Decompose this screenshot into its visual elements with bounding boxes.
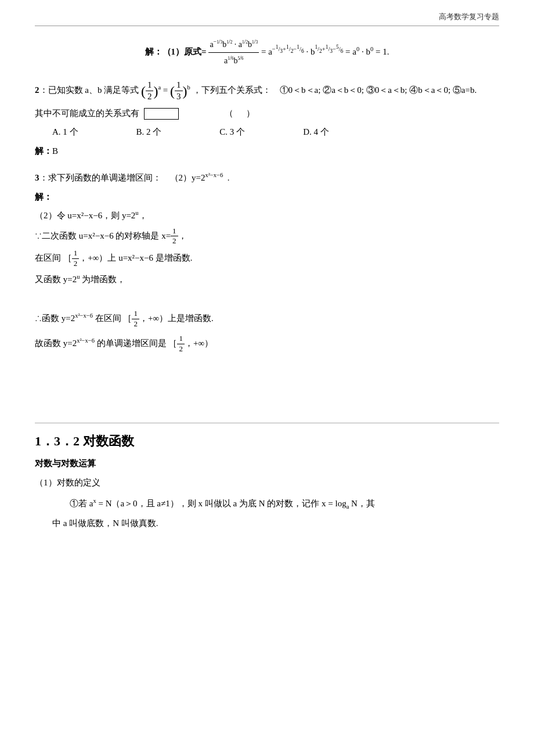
problem1-formula: 解：（1）原式= a−1/3b1/2 · a1/2b1/3 a1/6b5/6 =… — [35, 37, 499, 69]
problem2-question: 其中不可能成立的关系式有 （ ） — [35, 105, 499, 122]
problem2-statement: 2：已知实数 a、b 满足等式 (12)a = (13)b ，下列五个关系式： … — [35, 80, 499, 103]
problem3-step4: 又函数 y=2u 为增函数， — [35, 271, 499, 288]
option-d: D. 4 个 — [303, 124, 329, 141]
section132-def1: ①若 ax = N（a＞0，且 a≠1），则 x 叫做以 a 为底 N 的对数，… — [70, 495, 499, 513]
problem1-section: 解：（1）原式= a−1/3b1/2 · a1/2b1/3 a1/6b5/6 =… — [35, 37, 499, 69]
problem3-section: 3：求下列函数的单调递增区间： （2）y=2x²−x−6 . 解： （2）令 u… — [35, 170, 499, 354]
answer-blank — [144, 108, 179, 120]
original-fraction: a−1/3b1/2 · a1/2b1/3 a1/6b5/6 — [208, 37, 259, 69]
section132-title: 1．3．2 对数函数 — [35, 429, 499, 453]
spacer — [35, 365, 499, 411]
section132-def2: 中 a 叫做底数，N 叫做真数. — [52, 515, 499, 532]
problem2-options: A. 1 个 B. 2 个 C. 3 个 D. 4 个 — [52, 124, 499, 141]
problem2-number: 2 — [35, 85, 39, 95]
problem3-step3: 在区间 ［12，+∞）上 u=x²−x−6 是增函数. — [35, 249, 499, 269]
problem3-statement: 3：求下列函数的单调递增区间： （2）y=2x²−x−6 . — [35, 170, 499, 186]
problem3-step5: ∴函数 y=2x²−x−6 在区间 ［12，+∞）上是增函数. — [35, 309, 499, 329]
problem3-solution-label: 解： — [35, 189, 499, 206]
section132-part1: （1）对数的定义 — [35, 474, 499, 491]
header-title: 高考数学复习专题 — [439, 12, 499, 21]
problem3-step1: （2）令 u=x²−x−6，则 y=2u， — [35, 207, 499, 224]
problem3-step2: ∵二次函数 u=x²−x−6 的对称轴是 x=12， — [35, 226, 499, 247]
problem3-conclusion: 故函数 y=2x²−x−6 的单调递增区间是 ［12，+∞） — [35, 334, 499, 354]
section132-subtitle: 对数与对数运算 — [35, 455, 499, 472]
option-a: A. 1 个 — [52, 124, 78, 141]
solution-label: 解：（1）原式= — [145, 47, 207, 56]
section132: 1．3．2 对数函数 对数与对数运算 （1）对数的定义 ①若 ax = N（a＞… — [35, 429, 499, 532]
section-divider — [35, 423, 499, 423]
problem2-section: 2：已知实数 a、b 满足等式 (12)a = (13)b ，下列五个关系式： … — [35, 80, 499, 160]
problem2-solution: 解：B — [35, 143, 499, 160]
option-b: B. 2 个 — [136, 124, 162, 141]
option-c: C. 3 个 — [219, 124, 245, 141]
equals1: = a−1/3+1/2−1/6 · b1/2+1/3−5/6 = a0 · b0… — [261, 47, 389, 56]
page-header: 高考数学复习专题 — [35, 12, 499, 26]
